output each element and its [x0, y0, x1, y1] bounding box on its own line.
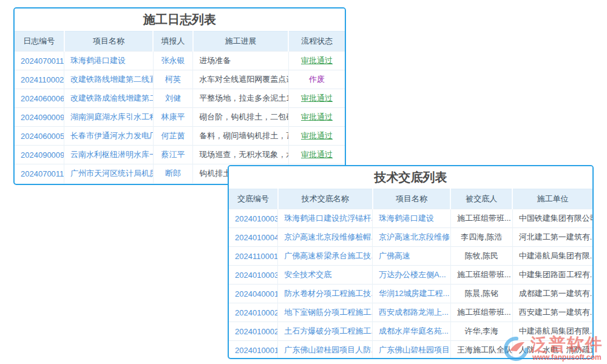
log-reporter-link[interactable]: 林康平	[153, 108, 192, 127]
disclosure-table: 交底编号 技术交底名称 项目名称 被交底人 施工单位 2024010003 珠海…	[229, 189, 592, 359]
log-table: 日志编号 项目名称 填报人 施工进展 流程状态 2024070011 珠海鹤港口…	[15, 31, 345, 183]
disclosure-col-name: 技术交底名称	[278, 189, 373, 209]
disclosure-name-link[interactable]: 地下室钢筋分项工程施工...	[278, 303, 373, 322]
table-row[interactable]: 2024060005 长春市伊通河水力发电厂... 何芷茵 备料，砌间墙钩机排土…	[15, 127, 345, 146]
disclosure-table-title: 技术交底列表	[229, 166, 592, 189]
table-row[interactable]: 2024040001 防水卷材分项工程施工技... 华润12城房建工程... 陈…	[229, 285, 592, 303]
disclosure-header-row: 交底编号 技术交底名称 项目名称 被交底人 施工单位	[229, 189, 592, 209]
disclosure-project-link[interactable]: 广东佛山碧桂园项目	[373, 341, 451, 360]
disclosure-col-id: 交底编号	[229, 189, 278, 209]
disclosure-unit-text: 中建港航局集团有限...	[512, 322, 592, 341]
table-row[interactable]: 2024010003 安全技术交底 万达办公楼左侧A... 施工班组带班... …	[229, 266, 592, 285]
disclosure-unit-text: 西安建工第一建筑有...	[512, 303, 592, 322]
disclosure-id-link[interactable]: 2024040001	[229, 285, 278, 303]
log-col-status: 流程状态	[288, 32, 345, 52]
log-reporter-link[interactable]: 蔡江平	[153, 146, 192, 164]
log-id-link[interactable]: 2024070011	[15, 52, 64, 70]
log-progress-text: 进场准备	[193, 52, 289, 70]
disclosure-name-link[interactable]: 珠海鹤港口建设抗浮锚杆...	[278, 209, 373, 228]
table-row[interactable]: 2024090009 湖南洞庭湖水库引水工程... 林康平 砌台阶，钩机排土，二…	[15, 108, 345, 127]
disclosure-name-link[interactable]: 安全技术交底	[278, 266, 373, 285]
log-id-link[interactable]: 2024060006	[15, 89, 64, 108]
log-col-reporter: 填报人	[153, 32, 192, 52]
disclosure-unit-text: 中建港航局集团有限...	[512, 247, 592, 266]
log-status-link[interactable]: 审批通过	[288, 52, 345, 70]
log-status-link[interactable]: 审批通过	[288, 89, 345, 108]
disclosure-col-unit: 施工单位	[512, 189, 592, 209]
log-id-link[interactable]: 2024060005	[15, 127, 64, 146]
disclosure-receiver-text: 施工班组带班...	[450, 266, 512, 285]
technical-disclosure-panel: 技术交底列表 交底编号 技术交底名称 项目名称 被交底人 施工单位 202401…	[228, 165, 594, 359]
log-reporter-link[interactable]: 刘健	[153, 89, 192, 108]
log-status-link[interactable]: 审批通过	[288, 108, 345, 127]
log-project-link[interactable]: 广州市天河区统计局机房...	[64, 164, 154, 183]
disclosure-col-receiver: 被交底人	[450, 189, 512, 209]
disclosure-id-link[interactable]: 2024010002	[229, 322, 278, 341]
table-row[interactable]: 2024010001 广东佛山碧桂园项目人防... 广东佛山碧桂园项目 王海施工…	[229, 341, 592, 360]
table-row[interactable]: 2024060006 改建铁路成渝线增建第二... 刘健 平整场地，拉走多余泥土…	[15, 89, 345, 108]
disclosure-name-link[interactable]: 京沪高速北京段维修桩帽...	[278, 228, 373, 247]
log-progress-text: 备料，砌间墙钩机排土，瓦...	[193, 127, 289, 146]
log-reporter-link[interactable]: 断郎	[153, 164, 192, 183]
log-status-link[interactable]: 作废	[288, 70, 345, 89]
log-project-link[interactable]: 湖南洞庭湖水库引水工程...	[64, 108, 154, 127]
log-id-link[interactable]: 2024090009	[15, 146, 64, 164]
log-project-link[interactable]: 云南水利枢纽潜明水库一...	[64, 146, 154, 164]
table-row[interactable]: 2024070011 珠海鹤港口建设 张永银 进场准备 审批通过	[15, 52, 345, 70]
disclosure-project-link[interactable]: 万达办公楼左侧A...	[373, 266, 451, 285]
disclosure-id-link[interactable]: 2024010001	[229, 341, 278, 360]
disclosure-name-link[interactable]: 广东佛山碧桂园项目人防...	[278, 341, 373, 360]
table-row[interactable]: 2024110001 广佛高速桥梁承台施工技... 广佛高速 陈牧,陈民 中建港…	[229, 247, 592, 266]
table-row[interactable]: 2024110002 改建铁路线增建第二线直... 柯英 水车对全线遮阳网覆盖点…	[15, 70, 345, 89]
disclosure-id-link[interactable]: 2024010004	[229, 228, 278, 247]
log-progress-text: 现场巡查，无积水现象，水...	[193, 146, 289, 164]
log-status-link[interactable]: 审批通过	[288, 146, 345, 164]
disclosure-receiver-text: 施工班组带班...	[450, 303, 512, 322]
disclosure-name-link[interactable]: 土石方爆破分项工程施工...	[278, 322, 373, 341]
disclosure-project-link[interactable]: 广佛高速	[373, 247, 451, 266]
log-table-title: 施工日志列表	[15, 8, 345, 31]
log-col-project: 项目名称	[64, 32, 154, 52]
table-row[interactable]: 2024090009 云南水利枢纽潜明水库一... 蔡江平 现场巡查，无积水现象…	[15, 146, 345, 164]
log-reporter-link[interactable]: 柯英	[153, 70, 192, 89]
disclosure-receiver-text: 陈晨,陈铭	[450, 285, 512, 303]
table-row[interactable]: 2024010002 土石方爆破分项工程施工... 成都水岸华庭名苑... 许华…	[229, 322, 592, 341]
disclosure-unit-text: 中国铁建集团有限公司	[512, 209, 592, 228]
disclosure-id-link[interactable]: 2024010003	[229, 266, 278, 285]
log-id-link[interactable]: 2024090009	[15, 108, 64, 127]
disclosure-id-link[interactable]: 2024010003	[229, 209, 278, 228]
log-progress-text: 水车对全线遮阳网覆盖点进...	[193, 70, 289, 89]
disclosure-col-project: 项目名称	[373, 189, 451, 209]
disclosure-id-link[interactable]: 2024110001	[229, 247, 278, 266]
log-reporter-link[interactable]: 何芷茵	[153, 127, 192, 146]
disclosure-project-link[interactable]: 珠海鹤港口建设	[373, 209, 451, 228]
disclosure-project-link[interactable]: 京沪高速北京段维修	[373, 228, 451, 247]
log-progress-text: 砌台阶，钩机排土，二包砌...	[193, 108, 289, 127]
log-col-id: 日志编号	[15, 32, 64, 52]
log-id-link[interactable]: 2024070011	[15, 164, 64, 183]
disclosure-receiver-text: 许华,李海	[450, 322, 512, 341]
log-col-progress: 施工进展	[193, 32, 289, 52]
disclosure-project-link[interactable]: 华润12城房建工程...	[373, 285, 451, 303]
table-row[interactable]: 2024010003 珠海鹤港口建设抗浮锚杆... 珠海鹤港口建设 施工班组带班…	[229, 209, 592, 228]
log-status-link[interactable]: 审批通过	[288, 127, 345, 146]
log-project-link[interactable]: 改建铁路成渝线增建第二...	[64, 89, 154, 108]
disclosure-id-link[interactable]: 2024010002	[229, 303, 278, 322]
log-project-link[interactable]: 长春市伊通河水力发电厂...	[64, 127, 154, 146]
construction-log-panel: 施工日志列表 日志编号 项目名称 填报人 施工进展 流程状态 202407001…	[13, 7, 346, 185]
disclosure-name-link[interactable]: 防水卷材分项工程施工技...	[278, 285, 373, 303]
log-project-link[interactable]: 珠海鹤港口建设	[64, 52, 154, 70]
log-reporter-link[interactable]: 张永银	[153, 52, 192, 70]
log-project-link[interactable]: 改建铁路线增建第二线直...	[64, 70, 154, 89]
table-row[interactable]: 2024010002 地下室钢筋分项工程施工... 西安成都路龙湖上... 施工…	[229, 303, 592, 322]
disclosure-unit-text: 人防，水电，消防疏通	[512, 341, 592, 360]
log-id-link[interactable]: 2024110002	[15, 70, 64, 89]
disclosure-unit-text: 成都建工第一建筑有...	[512, 285, 592, 303]
log-progress-text: 平整场地，拉走多余泥土15...	[193, 89, 289, 108]
disclosure-project-link[interactable]: 成都水岸华庭名苑...	[373, 322, 451, 341]
disclosure-receiver-text: 陈牧,陈民	[450, 247, 512, 266]
disclosure-project-link[interactable]: 西安成都路龙湖上...	[373, 303, 451, 322]
log-header-row: 日志编号 项目名称 填报人 施工进展 流程状态	[15, 32, 345, 52]
table-row[interactable]: 2024010004 京沪高速北京段维修桩帽... 京沪高速北京段维修 李四海,…	[229, 228, 592, 247]
disclosure-name-link[interactable]: 广佛高速桥梁承台施工技...	[278, 247, 373, 266]
